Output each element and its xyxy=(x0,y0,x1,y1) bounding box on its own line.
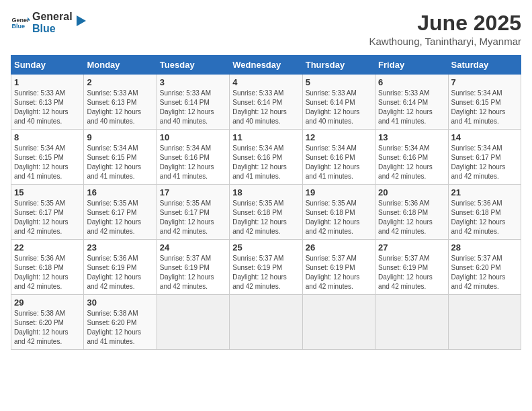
calendar-cell xyxy=(302,295,375,350)
calendar-week-row: 8Sunrise: 5:34 AMSunset: 6:15 PMDaylight… xyxy=(11,130,521,185)
calendar-cell: 21Sunrise: 5:36 AMSunset: 6:18 PMDayligh… xyxy=(448,185,521,240)
day-number: 3 xyxy=(160,77,226,87)
logo-general: General xyxy=(32,11,73,23)
day-number: 1 xyxy=(14,77,81,87)
day-number: 2 xyxy=(87,77,153,87)
day-info: Sunrise: 5:34 AMSunset: 6:16 PMDaylight:… xyxy=(378,144,433,180)
calendar-cell: 24Sunrise: 5:37 AMSunset: 6:19 PMDayligh… xyxy=(157,240,229,295)
day-number: 9 xyxy=(87,132,153,142)
main-title: June 2025 xyxy=(369,11,521,36)
logo: General Blue General Blue xyxy=(11,11,87,34)
day-info: Sunrise: 5:35 AMSunset: 6:18 PMDaylight:… xyxy=(306,199,360,235)
day-number: 28 xyxy=(451,242,518,253)
logo-arrow-icon xyxy=(73,13,87,28)
calendar-cell: 25Sunrise: 5:37 AMSunset: 6:19 PMDayligh… xyxy=(230,240,302,295)
day-info: Sunrise: 5:38 AMSunset: 6:20 PMDaylight:… xyxy=(87,310,141,345)
logo-blue: Blue xyxy=(32,23,73,35)
day-number: 29 xyxy=(14,298,81,308)
day-info: Sunrise: 5:37 AMSunset: 6:19 PMDaylight:… xyxy=(160,255,214,290)
calendar-cell: 10Sunrise: 5:34 AMSunset: 6:16 PMDayligh… xyxy=(157,130,229,185)
day-info: Sunrise: 5:37 AMSunset: 6:19 PMDaylight:… xyxy=(306,255,360,290)
calendar-cell: 29Sunrise: 5:38 AMSunset: 6:20 PMDayligh… xyxy=(11,295,84,350)
calendar-cell: 30Sunrise: 5:38 AMSunset: 6:20 PMDayligh… xyxy=(84,295,157,350)
calendar-week-row: 15Sunrise: 5:35 AMSunset: 6:17 PMDayligh… xyxy=(11,185,521,240)
day-info: Sunrise: 5:35 AMSunset: 6:17 PMDaylight:… xyxy=(160,199,214,235)
day-info: Sunrise: 5:34 AMSunset: 6:15 PMDaylight:… xyxy=(87,144,141,180)
day-number: 26 xyxy=(306,242,372,253)
day-info: Sunrise: 5:37 AMSunset: 6:19 PMDaylight:… xyxy=(232,255,287,290)
calendar-cell: 9Sunrise: 5:34 AMSunset: 6:15 PMDaylight… xyxy=(84,130,157,185)
day-number: 12 xyxy=(306,132,372,142)
calendar-table: Sunday Monday Tuesday Wednesday Thursday… xyxy=(11,55,521,350)
title-area: June 2025 Kawthoung, Tanintharyi, Myanma… xyxy=(369,11,521,47)
day-number: 18 xyxy=(232,187,299,197)
col-sunday: Sunday xyxy=(11,56,84,75)
col-friday: Friday xyxy=(375,56,448,75)
day-info: Sunrise: 5:34 AMSunset: 6:16 PMDaylight:… xyxy=(160,144,214,180)
col-thursday: Thursday xyxy=(302,56,375,75)
day-number: 11 xyxy=(232,132,299,142)
day-info: Sunrise: 5:36 AMSunset: 6:19 PMDaylight:… xyxy=(87,255,141,290)
col-tuesday: Tuesday xyxy=(157,56,229,75)
svg-marker-3 xyxy=(77,15,86,26)
calendar-cell: 1Sunrise: 5:33 AMSunset: 6:13 PMDaylight… xyxy=(11,75,84,130)
day-info: Sunrise: 5:34 AMSunset: 6:15 PMDaylight:… xyxy=(451,89,506,125)
calendar-cell: 22Sunrise: 5:36 AMSunset: 6:18 PMDayligh… xyxy=(11,240,84,295)
col-saturday: Saturday xyxy=(448,56,521,75)
calendar-cell xyxy=(157,295,229,350)
calendar-cell: 6Sunrise: 5:33 AMSunset: 6:14 PMDaylight… xyxy=(375,75,448,130)
calendar-cell: 16Sunrise: 5:35 AMSunset: 6:17 PMDayligh… xyxy=(84,185,157,240)
day-number: 7 xyxy=(451,77,518,87)
day-info: Sunrise: 5:35 AMSunset: 6:17 PMDaylight:… xyxy=(14,199,69,235)
col-wednesday: Wednesday xyxy=(230,56,302,75)
day-info: Sunrise: 5:33 AMSunset: 6:13 PMDaylight:… xyxy=(14,89,69,125)
calendar-cell: 18Sunrise: 5:35 AMSunset: 6:18 PMDayligh… xyxy=(230,185,302,240)
subtitle: Kawthoung, Tanintharyi, Myanmar xyxy=(369,36,521,47)
day-number: 6 xyxy=(378,77,445,87)
calendar-cell: 23Sunrise: 5:36 AMSunset: 6:19 PMDayligh… xyxy=(84,240,157,295)
calendar-week-row: 29Sunrise: 5:38 AMSunset: 6:20 PMDayligh… xyxy=(11,295,521,350)
calendar-cell: 20Sunrise: 5:36 AMSunset: 6:18 PMDayligh… xyxy=(375,185,448,240)
day-info: Sunrise: 5:34 AMSunset: 6:15 PMDaylight:… xyxy=(14,144,69,180)
day-info: Sunrise: 5:33 AMSunset: 6:14 PMDaylight:… xyxy=(232,89,287,125)
day-info: Sunrise: 5:35 AMSunset: 6:17 PMDaylight:… xyxy=(87,199,141,235)
calendar-week-row: 22Sunrise: 5:36 AMSunset: 6:18 PMDayligh… xyxy=(11,240,521,295)
day-number: 5 xyxy=(306,77,372,87)
calendar-cell: 7Sunrise: 5:34 AMSunset: 6:15 PMDaylight… xyxy=(448,75,521,130)
day-number: 22 xyxy=(14,242,81,253)
day-info: Sunrise: 5:38 AMSunset: 6:20 PMDaylight:… xyxy=(14,310,69,345)
calendar-cell: 15Sunrise: 5:35 AMSunset: 6:17 PMDayligh… xyxy=(11,185,84,240)
day-info: Sunrise: 5:37 AMSunset: 6:19 PMDaylight:… xyxy=(378,255,433,290)
day-number: 27 xyxy=(378,242,445,253)
day-number: 19 xyxy=(306,187,372,197)
day-number: 23 xyxy=(87,242,153,253)
day-info: Sunrise: 5:33 AMSunset: 6:14 PMDaylight:… xyxy=(378,89,433,125)
header: General Blue General Blue June 2025 Kawt… xyxy=(11,11,521,47)
calendar-cell xyxy=(230,295,302,350)
day-number: 16 xyxy=(87,187,153,197)
calendar-cell: 2Sunrise: 5:33 AMSunset: 6:13 PMDaylight… xyxy=(84,75,157,130)
calendar-cell: 14Sunrise: 5:34 AMSunset: 6:17 PMDayligh… xyxy=(448,130,521,185)
calendar-cell: 8Sunrise: 5:34 AMSunset: 6:15 PMDaylight… xyxy=(11,130,84,185)
day-info: Sunrise: 5:34 AMSunset: 6:16 PMDaylight:… xyxy=(306,144,360,180)
day-info: Sunrise: 5:36 AMSunset: 6:18 PMDaylight:… xyxy=(14,255,69,290)
day-info: Sunrise: 5:33 AMSunset: 6:13 PMDaylight:… xyxy=(87,89,141,125)
calendar-cell: 17Sunrise: 5:35 AMSunset: 6:17 PMDayligh… xyxy=(157,185,229,240)
col-monday: Monday xyxy=(84,56,157,75)
day-info: Sunrise: 5:36 AMSunset: 6:18 PMDaylight:… xyxy=(378,199,433,235)
day-info: Sunrise: 5:34 AMSunset: 6:16 PMDaylight:… xyxy=(232,144,287,180)
day-info: Sunrise: 5:34 AMSunset: 6:17 PMDaylight:… xyxy=(451,144,506,180)
calendar-cell: 28Sunrise: 5:37 AMSunset: 6:20 PMDayligh… xyxy=(448,240,521,295)
day-info: Sunrise: 5:37 AMSunset: 6:20 PMDaylight:… xyxy=(451,255,506,290)
calendar-cell: 5Sunrise: 5:33 AMSunset: 6:14 PMDaylight… xyxy=(302,75,375,130)
day-number: 13 xyxy=(378,132,445,142)
day-number: 25 xyxy=(232,242,299,253)
day-info: Sunrise: 5:36 AMSunset: 6:18 PMDaylight:… xyxy=(451,199,506,235)
calendar-cell: 11Sunrise: 5:34 AMSunset: 6:16 PMDayligh… xyxy=(230,130,302,185)
calendar-cell: 4Sunrise: 5:33 AMSunset: 6:14 PMDaylight… xyxy=(230,75,302,130)
svg-text:Blue: Blue xyxy=(11,23,25,30)
day-number: 15 xyxy=(14,187,81,197)
day-info: Sunrise: 5:35 AMSunset: 6:18 PMDaylight:… xyxy=(232,199,287,235)
calendar-cell: 13Sunrise: 5:34 AMSunset: 6:16 PMDayligh… xyxy=(375,130,448,185)
day-number: 10 xyxy=(160,132,226,142)
